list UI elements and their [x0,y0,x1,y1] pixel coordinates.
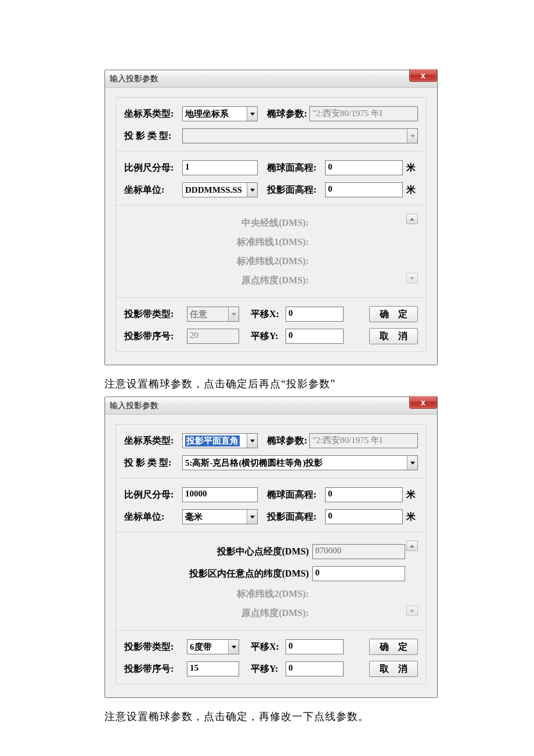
close-icon: x [421,398,425,407]
group-mid: 投影中心点经度(DMS) 870000 投影区内任意点的纬度(DMS) 0 标准… [116,532,427,631]
scale-denominator-input[interactable]: 10000 [182,487,258,502]
projection-height-input[interactable]: 0 [325,509,403,524]
zone-no-input[interactable]: 15 [187,661,239,676]
close-button[interactable]: x [409,69,437,82]
group-bottom: 投影带类型: 任意 平移X: 0 确 定 投影带序号: 20 平移Y: 0 [116,298,427,352]
coord-unit-label: 坐标单位: [124,511,182,523]
dialog-title: 输入投影参数 [110,74,158,84]
unit-meter: 米 [406,511,418,523]
chevron-down-icon [247,183,257,197]
titlebar[interactable]: 输入投影参数 x [105,70,437,88]
origin-lat-label: 原点纬度(DMS): [135,275,309,287]
unit-meter: 米 [406,162,418,174]
center-longitude-label: 投影中心点经度(DMS) [135,546,309,558]
zone-no-label: 投影带序号: [124,663,187,675]
spin-down-button [406,273,418,283]
cancel-button[interactable]: 取 消 [369,328,418,344]
projection-type-label: 投 影 类 型: [124,130,182,142]
close-icon: x [421,71,425,80]
projection-params-dialog-1: 输入投影参数 x 坐标系类型: 地理坐标系 椭球参数: "2:西安80/1975… [104,70,438,365]
group-bottom: 投影带类型: 6度带 平移X: 0 确 定 投影带序号: 15 平移Y: 0 [116,631,427,685]
spin-down-button [406,606,418,616]
projection-height-label: 投影面高程: [267,184,325,196]
ellipsoid-params-value: "2:西安80/1975 年I [312,109,383,118]
projection-height-input[interactable]: 0 [325,182,403,197]
offset-x-input[interactable]: 0 [286,639,344,654]
group-mid: 中央经线(DMS): 标准纬线1(DMS): 标准纬线2(DMS): 原点纬度(… [116,206,427,298]
group-scale: 比例尺分母: 1 椭球面高程: 0 米 坐标单位: DDDMMSS.SS [116,152,427,206]
central-meridian-label: 中央经线(DMS): [135,217,309,229]
dialog-title: 输入投影参数 [110,401,158,411]
ellipsoid-height-label: 椭球面高程: [267,489,325,501]
coord-sys-type-select[interactable]: 地理坐标系 [182,106,258,121]
ellipsoid-height-input[interactable]: 0 [325,160,403,175]
unit-meter: 米 [406,184,418,196]
zone-no-input: 20 [187,329,239,344]
coord-unit-select[interactable]: 毫米 [182,509,258,524]
zone-type-select[interactable]: 6度带 [187,639,239,654]
zone-type-select: 任意 [187,307,239,322]
instruction-paragraph-2: 注意设置椭球参数，点击确定，再修改一下点线参数。 [104,710,438,723]
chevron-down-icon [228,640,239,654]
ellipsoid-params-field[interactable]: "2:西安80/1975 年I [309,106,418,121]
std-parallel2-label: 标准纬线2(DMS): [135,588,309,600]
scale-denominator-label: 比例尺分母: [124,489,182,501]
center-longitude-input[interactable]: 870000 [312,544,405,559]
std-parallel1-label: 标准纬线1(DMS): [135,236,309,249]
ellipsoid-params-label: 椭球参数: [267,108,307,120]
projection-height-label: 投影面高程: [267,511,325,523]
offset-x-label: 平移X: [251,641,286,653]
ellipsoid-height-input[interactable]: 0 [325,487,403,502]
spin-up-button[interactable] [406,214,418,224]
zone-no-label: 投影带序号: [124,330,187,343]
std-parallel2-label: 标准纬线2(DMS): [135,255,309,268]
origin-lat-label: 原点纬度(DMS): [135,607,309,620]
chevron-down-icon [247,510,257,524]
offset-x-label: 平移X: [251,308,286,321]
projection-type-select [182,128,418,143]
scale-denominator-input[interactable]: 1 [182,160,258,175]
projection-params-dialog-2: 输入投影参数 x 坐标系类型: 投影平面直角 椭球参数: "2:西安80/197… [104,397,438,698]
offset-y-input[interactable]: 0 [286,661,344,676]
group-top: 坐标系类型: 投影平面直角 椭球参数: "2:西安80/1975 年I 投 影 … [116,424,427,478]
unit-meter: 米 [406,489,418,501]
ellipsoid-params-field[interactable]: "2:西安80/1975 年I [309,433,418,448]
instruction-paragraph-1: 注意设置椭球参数，点击确定后再点“投影参数” [104,377,438,391]
scale-denominator-label: 比例尺分母: [124,162,182,174]
ellipsoid-height-label: 椭球面高程: [267,162,325,174]
group-top: 坐标系类型: 地理坐标系 椭球参数: "2:西安80/1975 年I 投 影 类… [116,97,427,152]
ok-button[interactable]: 确 定 [369,306,418,322]
projection-type-select[interactable]: 5:高斯-克吕格(横切椭圆柱等角)投影 [182,455,418,470]
ellipsoid-params-label: 椭球参数: [267,435,307,447]
spin-up-button[interactable] [406,541,418,551]
chevron-down-icon [247,107,257,121]
ok-button[interactable]: 确 定 [369,639,418,655]
projection-type-label: 投 影 类 型: [124,457,182,469]
chevron-down-icon [407,129,417,143]
titlebar[interactable]: 输入投影参数 x [105,397,437,415]
zone-type-label: 投影带类型: [124,641,187,653]
coord-unit-label: 坐标单位: [124,184,182,196]
offset-y-label: 平移Y: [251,330,286,343]
coord-sys-type-value: 地理坐标系 [185,109,229,120]
close-button[interactable]: x [409,396,437,409]
coord-sys-type-label: 坐标系类型: [124,108,182,120]
coord-unit-select[interactable]: DDDMMSS.SS [182,182,258,197]
chevron-down-icon [228,307,239,321]
offset-y-input[interactable]: 0 [286,329,344,344]
coord-sys-type-select[interactable]: 投影平面直角 [182,433,258,448]
zone-type-label: 投影带类型: [124,308,187,321]
coord-sys-type-value: 投影平面直角 [185,435,240,447]
chevron-down-icon [407,456,417,470]
offset-y-label: 平移Y: [251,663,286,675]
cancel-button[interactable]: 取 消 [369,661,418,677]
group-scale: 比例尺分母: 10000 椭球面高程: 0 米 坐标单位: 毫米 投影面高程: … [116,478,427,532]
any-point-lat-label: 投影区内任意点的纬度(DMS) [135,568,309,580]
any-point-lat-input[interactable]: 0 [312,566,405,581]
offset-x-input[interactable]: 0 [286,307,344,322]
chevron-down-icon [247,434,257,448]
coord-sys-type-label: 坐标系类型: [124,435,182,447]
